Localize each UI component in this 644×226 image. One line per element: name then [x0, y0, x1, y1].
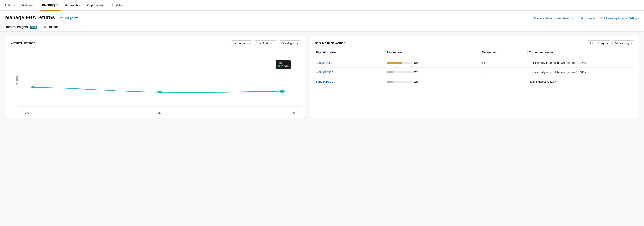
return-trends-filters: Return rate ▾ Last 90 days ▾ All categor…: [231, 40, 301, 46]
tabs-row: Return insights NEW Return orders: [5, 23, 639, 31]
asins-all-category-chevron-icon: ▾: [630, 42, 632, 45]
svg-point-5: [158, 91, 162, 94]
rate-bar-bg: [387, 62, 412, 64]
x-axis-feb: Feb: [291, 111, 295, 114]
rate-cell: 2%: [385, 68, 480, 77]
th-units: Return unit: [480, 50, 528, 55]
x-axis-jan: Jan: [158, 111, 162, 114]
all-category-filter-left[interactable]: All category ▾: [279, 40, 301, 46]
tab-return-orders[interactable]: Return orders: [42, 23, 62, 31]
nav-inventory[interactable]: Inventory ▾: [40, 0, 60, 11]
rate-bar-fill: [387, 62, 402, 64]
shipments-chevron-icon: ▾: [79, 4, 80, 6]
return-trends-card: Return Trends Return rate ▾ Last 90 days…: [5, 36, 306, 118]
return-trends-title: Return Trends: [10, 41, 36, 46]
table-header: Top return asin Return rate Return unit …: [314, 50, 634, 57]
return-units: 16: [480, 58, 528, 67]
asins-last-90-chevron-icon: ▾: [607, 42, 608, 45]
return-trends-chart: 10% 0% Dec Jan Feb: [10, 50, 301, 114]
return-reason: I accidentally ordered the wrong item (1…: [528, 68, 634, 77]
nav-dashboard[interactable]: Dashboard: [18, 0, 38, 11]
return-units: 4: [480, 77, 528, 86]
th-rate: Return rate: [385, 50, 480, 55]
th-reason: Top return reason: [528, 50, 634, 55]
y-axis-label: Return rate: [16, 76, 18, 87]
nav-fba[interactable]: FBA: [5, 4, 10, 7]
rate-pct: 5%: [414, 61, 420, 64]
new-badge: NEW: [30, 26, 37, 28]
returns-policy-link[interactable]: Returns policy: [59, 16, 78, 20]
nav-analytics[interactable]: Analytics: [109, 0, 126, 11]
asin-value[interactable]: B08Z5YP4PZ: [314, 58, 385, 67]
rate-cell: 5%: [385, 58, 480, 67]
chart-inner: 10% 0% Dec Jan Feb: [19, 50, 301, 114]
return-units: 55: [480, 68, 528, 77]
inventory-chevron-icon: ▾: [56, 4, 58, 6]
top-asins-header: Top Return Asins Last 90 days ▾ All cate…: [314, 40, 634, 46]
top-asins-filters: Last 90 days ▾ All category ▾: [588, 40, 634, 46]
all-category-chevron-icon-left: ▾: [297, 42, 298, 45]
manage-seller-fulfilled-link[interactable]: Manage Seller Fulfilled Returns: [534, 17, 572, 20]
asin-value[interactable]: B0B22QF9CL: [314, 77, 385, 86]
nav-opportunities[interactable]: Opportunities: [84, 0, 108, 11]
svg-point-6: [279, 90, 285, 93]
return-trends-header: Return Trends Return rate ▾ Last 90 days…: [10, 40, 301, 46]
asins-all-category-filter[interactable]: All category ▾: [612, 40, 634, 46]
rate-bar-bg: [387, 72, 412, 73]
top-return-asins-card: Top Return Asins Last 90 days ▾ All cate…: [310, 36, 639, 118]
th-asin: Top return asin: [314, 50, 385, 55]
main-content: Return Trends Return rate ▾ Last 90 days…: [0, 32, 644, 122]
last-90-chevron-icon: ▾: [274, 42, 275, 45]
asins-last-90-filter[interactable]: Last 90 days ▾: [588, 40, 611, 46]
rate-bar-bg: [387, 81, 412, 82]
return-rate-filter[interactable]: Return rate ▾: [231, 40, 252, 46]
x-axis-dec: Dec: [24, 111, 29, 114]
title-group: Manage FBA returns Returns policy: [5, 14, 78, 20]
nav-arrow: →: [13, 4, 16, 7]
chart-svg: 10% 0%: [19, 50, 301, 114]
rate-bar-fill: [387, 81, 393, 82]
nav-shipments[interactable]: Shipments ▾: [62, 0, 83, 11]
header-actions: Manage Seller Fulfilled Returns Return r…: [534, 17, 639, 20]
table-row: B08Z5NYG12 2% 55 I accidentally ordered …: [314, 68, 634, 77]
fulfillment-settings-link[interactable]: Fulfillment by Amazon Settings: [601, 17, 639, 20]
rate-cell: 2%: [385, 77, 480, 86]
svg-point-4: [31, 86, 36, 89]
return-reason: I accidentally ordered the wrong item (1…: [528, 58, 634, 67]
top-nav: FBA → Dashboard Inventory ▾ Shipments ▾ …: [0, 0, 644, 11]
page-header: Manage FBA returns Returns policy Manage…: [0, 11, 644, 32]
top-asins-title: Top Return Asins: [314, 41, 346, 46]
tab-return-insights[interactable]: Return insights NEW: [5, 23, 38, 31]
asin-value[interactable]: B08Z5NYG12: [314, 68, 385, 77]
table-row: B08Z5YP4PZ 5% 16 I accidentally ordered …: [314, 58, 634, 68]
rate-bar-fill: [387, 72, 393, 73]
last-90-days-filter[interactable]: Last 90 days ▾: [254, 40, 277, 46]
rate-pct: 2%: [414, 70, 420, 74]
page-title: Manage FBA returns: [5, 14, 55, 20]
rate-pct: 2%: [414, 80, 420, 83]
return-reason: Item is defective (25%): [528, 77, 634, 86]
asins-rows: B08Z5YP4PZ 5% 16 I accidentally ordered …: [314, 58, 634, 86]
return-report-link[interactable]: Return report: [579, 17, 595, 20]
return-rate-chevron-icon: ▾: [248, 42, 250, 45]
asins-table: Top return asin Return rate Return unit …: [314, 50, 634, 86]
table-row: B0B22QF9CL 2% 4 Item is defective (25%): [314, 77, 634, 86]
